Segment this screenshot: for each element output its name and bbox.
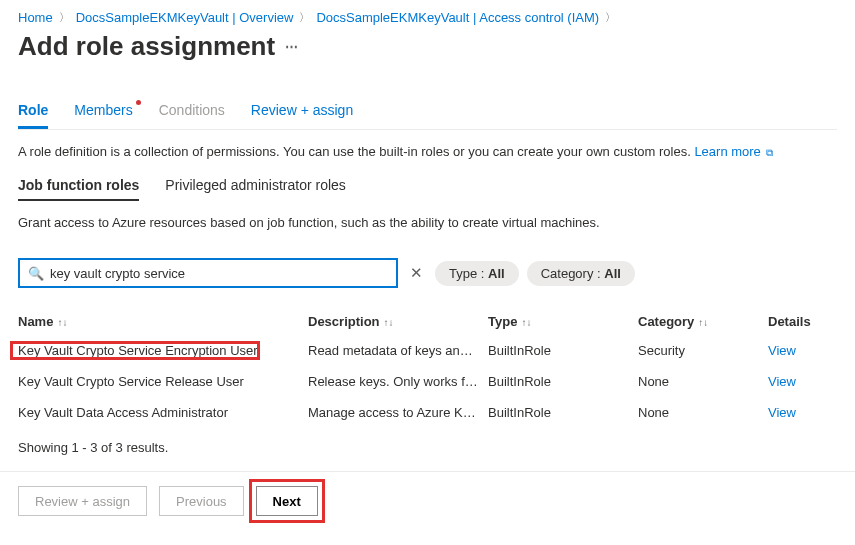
- search-input-wrap[interactable]: 🔍: [18, 258, 398, 288]
- learn-more-link[interactable]: Learn more ⧉: [694, 144, 772, 159]
- sort-icon: ↑↓: [698, 317, 708, 328]
- sort-icon: ↑↓: [57, 317, 67, 328]
- role-category: None: [638, 374, 768, 389]
- col-details: Details: [768, 314, 828, 329]
- tab-job-function[interactable]: Job function roles: [18, 177, 139, 201]
- view-link[interactable]: View: [768, 343, 828, 358]
- chevron-right-icon: 〉: [299, 10, 310, 25]
- more-actions-icon[interactable]: ⋯: [285, 39, 300, 54]
- role-category: None: [638, 405, 768, 420]
- required-dot-icon: [136, 100, 141, 105]
- tab-privileged[interactable]: Privileged administrator roles: [165, 177, 346, 201]
- col-description[interactable]: Description↑↓: [308, 314, 488, 329]
- tab-review[interactable]: Review + assign: [251, 102, 353, 129]
- table-row[interactable]: Key Vault Crypto Service Encryption User…: [18, 335, 837, 366]
- search-input[interactable]: [50, 266, 388, 281]
- tab-conditions: Conditions: [159, 102, 225, 129]
- job-function-desc: Grant access to Azure resources based on…: [18, 215, 837, 230]
- filter-type[interactable]: Type : All: [435, 261, 519, 286]
- filter-category[interactable]: Category : All: [527, 261, 635, 286]
- role-desc: Manage access to Azure Key …: [308, 405, 488, 420]
- external-link-icon: ⧉: [763, 147, 773, 158]
- role-name: Key Vault Data Access Administrator: [18, 405, 308, 420]
- role-desc: Read metadata of keys and p…: [308, 343, 488, 358]
- role-description: A role definition is a collection of per…: [18, 144, 837, 159]
- crumb-home[interactable]: Home: [18, 10, 53, 25]
- table-row[interactable]: Key Vault Crypto Service Release User Re…: [18, 366, 837, 397]
- crumb-iam[interactable]: DocsSampleEKMKeyVault | Access control (…: [316, 10, 599, 25]
- clear-search-icon[interactable]: ✕: [406, 264, 427, 282]
- divider: [0, 471, 855, 472]
- role-type: BuiltInRole: [488, 374, 638, 389]
- results-count: Showing 1 - 3 of 3 results.: [18, 440, 837, 455]
- role-type-tabs: Job function roles Privileged administra…: [18, 177, 837, 201]
- role-type: BuiltInRole: [488, 343, 638, 358]
- previous-button: Previous: [159, 486, 244, 516]
- breadcrumb: Home 〉 DocsSampleEKMKeyVault | Overview …: [18, 10, 837, 25]
- role-category: Security: [638, 343, 768, 358]
- tab-role[interactable]: Role: [18, 102, 48, 129]
- crumb-overview[interactable]: DocsSampleEKMKeyVault | Overview: [76, 10, 294, 25]
- chevron-right-icon: 〉: [59, 10, 70, 25]
- roles-table: Name↑↓ Description↑↓ Type↑↓ Category↑↓ D…: [18, 308, 837, 428]
- view-link[interactable]: View: [768, 374, 828, 389]
- review-assign-button: Review + assign: [18, 486, 147, 516]
- footer-buttons: Review + assign Previous Next: [18, 486, 837, 516]
- table-row[interactable]: Key Vault Data Access Administrator Mana…: [18, 397, 837, 428]
- role-name: Key Vault Crypto Service Encryption User: [12, 343, 258, 358]
- next-button[interactable]: Next: [256, 486, 318, 516]
- chevron-right-icon: 〉: [605, 10, 616, 25]
- col-category[interactable]: Category↑↓: [638, 314, 768, 329]
- wizard-tabs: Role Members Conditions Review + assign: [18, 102, 837, 130]
- role-desc: Release keys. Only works for …: [308, 374, 488, 389]
- view-link[interactable]: View: [768, 405, 828, 420]
- col-name[interactable]: Name↑↓: [18, 314, 308, 329]
- role-name: Key Vault Crypto Service Release User: [18, 374, 308, 389]
- sort-icon: ↑↓: [521, 317, 531, 328]
- search-icon: 🔍: [28, 266, 44, 281]
- tab-members[interactable]: Members: [74, 102, 132, 129]
- sort-icon: ↑↓: [384, 317, 394, 328]
- role-type: BuiltInRole: [488, 405, 638, 420]
- col-type[interactable]: Type↑↓: [488, 314, 638, 329]
- page-title: Add role assignment: [18, 31, 275, 62]
